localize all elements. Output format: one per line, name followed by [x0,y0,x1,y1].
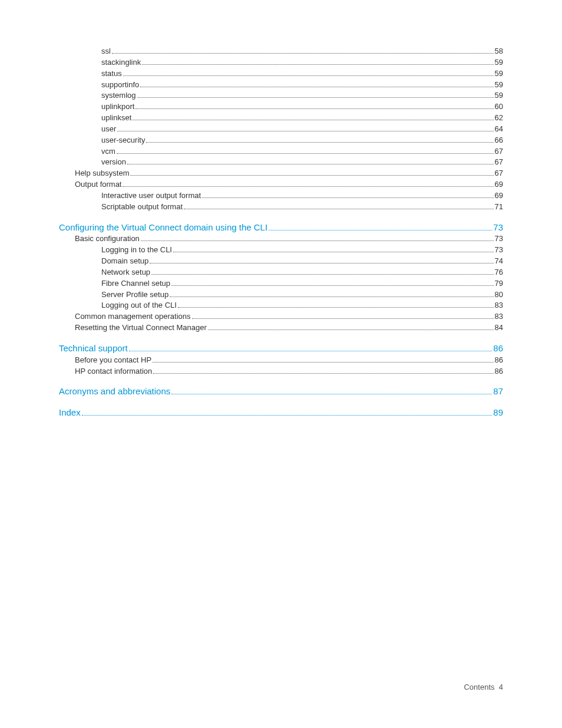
toc-entry-label: Technical support [59,342,128,355]
toc-entry[interactable]: Resetting the Virtual Connect Manager84 [59,322,503,334]
toc-entry-page: 86 [495,366,503,377]
toc-entry-page: 89 [493,406,503,419]
toc-entry[interactable]: Domain setup74 [59,256,503,267]
toc-entry[interactable]: Server Profile setup80 [59,289,503,301]
toc-entry-label: uplinkset [101,113,131,124]
toc-entry-label: Help subsystem [75,168,129,179]
toc-entry[interactable]: Help subsystem67 [59,168,503,179]
toc-entry-page: 73 [495,233,503,245]
toc-entry-label: ssl [101,46,111,57]
toc-leader-dots [208,325,494,330]
toc-entry[interactable]: Before you contact HP86 [59,355,503,366]
toc-entry[interactable]: uplinkset62 [59,113,503,124]
toc-entry[interactable]: supportinfo59 [59,80,503,91]
toc-entry-page: 76 [495,267,503,278]
toc-entry-page: 59 [495,90,503,101]
toc-entry-page: 83 [495,300,503,311]
toc-leader-dots [123,71,494,76]
toc-leader-dots [153,357,493,363]
toc-entry-label: Server Profile setup [101,289,168,301]
toc-entry[interactable]: Acronyms and abbreviations87 [59,385,503,398]
toc-entry-page: 58 [495,46,503,57]
toc-entry-page: 87 [493,385,503,398]
toc-section: Index89 [59,406,503,419]
toc-leader-dots [192,314,494,319]
toc-entry[interactable]: stackinglink59 [59,57,503,68]
toc-entry[interactable]: Fibre Channel setup79 [59,278,503,289]
toc-entry-label: Interactive user output format [101,190,201,202]
footer-page-number: 4 [499,683,503,691]
toc-entry[interactable]: Logging in to the CLI73 [59,245,503,256]
toc-entry[interactable]: vcm67 [59,146,503,157]
toc-entry-label: Common management operations [75,311,191,322]
toc-entry-page: 60 [495,101,503,113]
toc-entry[interactable]: version67 [59,157,503,168]
toc-entry[interactable]: systemlog59 [59,90,503,101]
toc-leader-dots [130,170,493,176]
toc-entry-page: 69 [495,190,503,202]
toc-entry-label: user-security [101,135,145,146]
toc-leader-dots [184,204,494,209]
toc-entry[interactable]: uplinkport60 [59,101,503,113]
toc-leader-dots [127,159,494,164]
toc-entry[interactable]: Interactive user output format69 [59,190,503,202]
toc-leader-dots [150,258,493,263]
toc-leader-dots [82,410,492,416]
toc-entry[interactable]: user64 [59,124,503,135]
toc-entry[interactable]: user-security66 [59,135,503,146]
toc-entry-label: stackinglink [101,57,141,68]
toc-section: Acronyms and abbreviations87 [59,385,503,398]
toc-leader-dots [178,302,494,308]
toc-leader-dots [142,60,493,65]
toc-entry[interactable]: Logging out of the CLI83 [59,300,503,311]
toc-entry-page: 69 [495,179,503,190]
toc-leader-dots [173,247,494,252]
toc-entry-label: Basic configuration [75,233,140,245]
toc-entry[interactable]: Output format69 [59,179,503,190]
toc-entry[interactable]: Common management operations83 [59,311,503,322]
toc-entry-page: 59 [495,68,503,80]
toc-entry-page: 62 [495,113,503,124]
toc-entry-label: Index [59,406,81,419]
toc-leader-dots [133,115,493,120]
toc-entry-page: 80 [495,289,503,301]
toc-entry-label: status [101,68,122,80]
toc-entry[interactable]: HP contact information86 [59,366,503,377]
toc-entry-page: 86 [495,355,503,366]
toc-entry-page: 84 [495,322,503,334]
toc-entry-label: Scriptable output format [101,202,183,213]
toc-leader-dots [146,137,493,143]
toc-leader-dots [153,368,493,374]
toc-entry-label: Network setup [101,267,150,278]
toc-entry[interactable]: Scriptable output format71 [59,202,503,213]
toc-entry-label: Acronyms and abbreviations [59,385,170,398]
toc-entry-page: 74 [495,256,503,267]
toc-entry[interactable]: status59 [59,68,503,80]
toc-entry-page: 83 [495,311,503,322]
toc-entry-page: 67 [495,146,503,157]
toc-entry[interactable]: Technical support86 [59,342,503,355]
toc-entry-page: 67 [495,157,503,168]
toc-leader-dots [117,126,493,131]
toc-entry-page: 59 [495,57,503,68]
toc-leader-dots [171,389,492,394]
toc-leader-dots [202,193,493,198]
toc-leader-dots [117,149,494,154]
toc-entry-label: uplinkport [101,101,134,113]
toc-entry[interactable]: Index89 [59,406,503,419]
toc-entry-page: 67 [495,168,503,179]
toc-entry[interactable]: Network setup76 [59,267,503,278]
toc-entry[interactable]: ssl58 [59,46,503,57]
toc-entry-page: 86 [493,342,503,355]
toc-leader-dots [137,93,494,98]
toc-leader-dots [170,292,493,297]
toc-entry[interactable]: Configuring the Virtual Connect domain u… [59,221,503,234]
toc-section: Configuring the Virtual Connect domain u… [59,221,503,334]
toc-entry-label: Configuring the Virtual Connect domain u… [59,221,267,234]
toc-entry-page: 79 [495,278,503,289]
toc-entry-label: Logging in to the CLI [101,245,172,256]
toc-leader-dots [112,48,494,54]
toc-leader-dots [269,225,492,230]
toc-entry[interactable]: Basic configuration73 [59,233,503,245]
toc-entry-label: HP contact information [75,366,152,377]
